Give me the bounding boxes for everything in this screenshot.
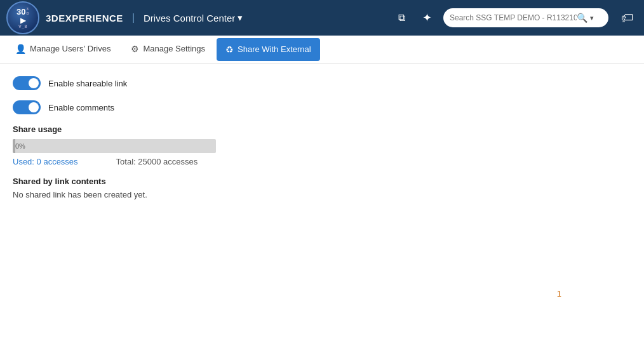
navbar: 30 3D ▶ V_8 3DEXPERIENCE | Drives Contro… (0, 0, 644, 36)
copy-icon[interactable]: ⧉ (391, 8, 412, 28)
progress-bar-container: 0% (13, 139, 216, 153)
brand-text: 3DEXPERIENCE (46, 13, 123, 23)
nav-separator: | (132, 12, 135, 23)
tab-share-external[interactable]: ♻ Share With External (217, 38, 320, 61)
toggle-shareable-link[interactable] (13, 76, 41, 90)
toggle-shareable-link-label: Enable shareable link (48, 79, 127, 88)
search-dropdown-arrow[interactable]: ▾ (590, 14, 594, 22)
users-icon: 👤 (15, 44, 26, 54)
progress-bar-fill: 0% (13, 139, 15, 153)
toggle-row-shareable-link: Enable shareable link (13, 76, 631, 90)
gear-icon: ⚙ (131, 44, 139, 54)
avatar[interactable]: 30 3D ▶ V_8 (6, 1, 39, 34)
tabbar: 👤 Manage Users' Drives ⚙ Manage Settings… (0, 36, 644, 64)
total-text: Total: 25000 accesses (116, 157, 198, 166)
toggle-comments-label: Enable comments (48, 103, 114, 112)
page-number: 1 (557, 289, 561, 298)
app-title: Drives Control Center ▾ (144, 12, 243, 23)
toggle-row-comments: Enable comments (13, 100, 631, 114)
tab-share-external-label: Share With External (238, 44, 311, 54)
share-icon: ♻ (225, 44, 234, 55)
search-icon[interactable]: 🔍 (577, 13, 587, 23)
share-usage-title: Share usage (13, 124, 631, 134)
shared-contents-title: Shared by link contents (13, 177, 631, 186)
usage-row: Used: 0 accesses Total: 25000 accesses (13, 157, 631, 166)
tag-icon[interactable]: 🏷 (617, 8, 638, 28)
tab-manage-settings-label: Manage Settings (143, 44, 205, 53)
search-input[interactable] (450, 13, 577, 22)
chevron-down-icon[interactable]: ▾ (238, 12, 243, 23)
main-content: Enable shareable link Enable comments Sh… (0, 64, 644, 212)
tab-manage-users-label: Manage Users' Drives (30, 44, 111, 53)
navbar-icons: ⧉ ✦ (391, 8, 437, 28)
tab-manage-settings[interactable]: ⚙ Manage Settings (122, 36, 214, 64)
tab-manage-users[interactable]: 👤 Manage Users' Drives (6, 36, 119, 64)
magic-icon[interactable]: ✦ (417, 8, 437, 28)
toggle-comments[interactable] (13, 100, 41, 114)
play-icon: ▶ (20, 17, 26, 24)
used-text: Used: 0 accesses (13, 157, 78, 166)
search-bar: 🔍 ▾ (443, 8, 608, 27)
no-shared-text: No shared link has been created yet. (13, 190, 631, 199)
progress-label: 0% (15, 142, 25, 150)
